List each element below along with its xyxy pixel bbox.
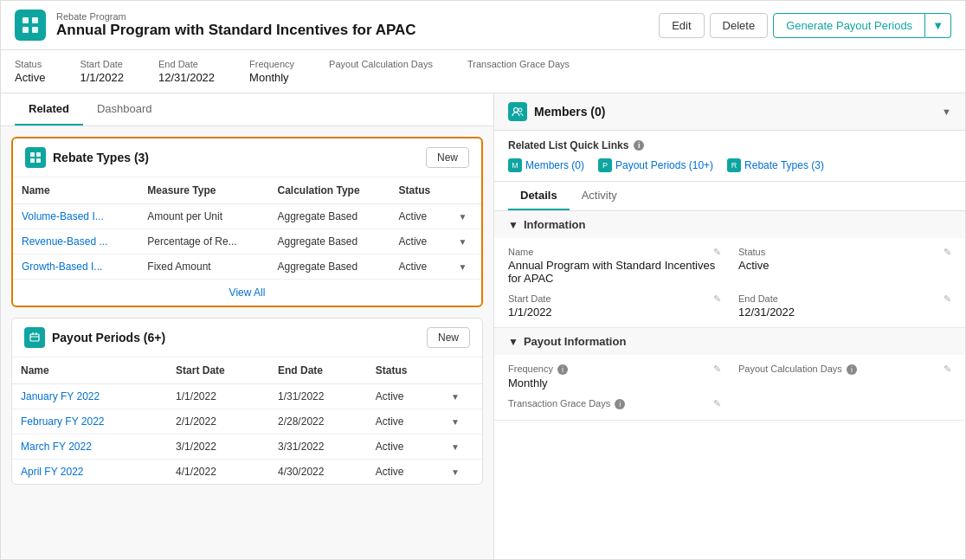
info-start-edit-icon[interactable]: ✎: [713, 293, 721, 305]
payout-end-cell: 4/30/2022: [269, 460, 367, 485]
info-start-date-value: 1/1/2022: [508, 306, 721, 319]
rebate-types-title-group: Rebate Types (3): [25, 147, 149, 168]
quick-link-members[interactable]: M Members (0): [508, 158, 584, 172]
info-status-edit-icon[interactable]: ✎: [943, 247, 951, 258]
info-name-edit-icon[interactable]: ✎: [713, 247, 721, 258]
rebate-row-dropdown[interactable]: ▼: [459, 237, 467, 247]
information-grid: Name Annual Program with Standard Incent…: [508, 247, 951, 319]
info-status-label: Status: [738, 247, 951, 257]
tab-dashboard[interactable]: Dashboard: [83, 93, 166, 126]
payout-row-dropdown[interactable]: ▼: [451, 442, 460, 452]
rebate-row-dropdown[interactable]: ▼: [459, 262, 467, 272]
svg-rect-6: [30, 158, 35, 163]
payout-name-link[interactable]: January FY 2022: [21, 390, 100, 402]
payout-start-cell: 1/1/2022: [167, 384, 269, 409]
quick-links-title-text: Related List Quick Links: [508, 139, 628, 151]
info-name-field: Name Annual Program with Standard Incent…: [508, 247, 721, 285]
quick-links-section: Related List Quick Links i M Members (0)…: [494, 131, 965, 182]
information-section-header[interactable]: ▼ Information: [494, 211, 965, 238]
quick-link-rebate-icon: R: [727, 158, 741, 172]
payout-row-dropdown[interactable]: ▼: [451, 467, 460, 477]
page-title: Annual Program with Standard Incentives …: [56, 22, 416, 39]
quick-link-members-icon: M: [508, 158, 522, 172]
svg-rect-1: [32, 17, 38, 23]
rebate-name-link[interactable]: Growth-Based I...: [22, 261, 102, 273]
payout-name-link[interactable]: April FY 2022: [21, 466, 84, 478]
payout-freq-label: Frequency i: [508, 364, 721, 375]
generate-payout-button[interactable]: Generate Payout Periods: [773, 13, 925, 38]
quick-links-list: M Members (0) P Payout Periods (10+) R R…: [508, 158, 951, 172]
meta-payout-calc: Payout Calculation Days: [329, 59, 433, 84]
payout-calc-info-icon[interactable]: i: [847, 364, 857, 375]
payout-information-header[interactable]: ▼ Payout Information: [494, 328, 965, 355]
rebate-types-view-all[interactable]: View All: [13, 279, 481, 306]
payout-periods-new-button[interactable]: New: [427, 327, 470, 348]
members-collapse-icon[interactable]: ▼: [942, 106, 951, 117]
meta-end-label: End Date: [158, 59, 215, 69]
payout-row-dropdown[interactable]: ▼: [451, 392, 460, 402]
svg-point-12: [514, 108, 518, 113]
generate-payout-dropdown[interactable]: ▼: [925, 13, 951, 38]
information-label: Information: [524, 218, 586, 231]
info-status-value: Active: [738, 259, 951, 272]
meta-freq-label: Frequency: [249, 59, 294, 69]
meta-start-value: 1/1/2022: [80, 71, 124, 84]
info-start-date-label: Start Date: [508, 293, 721, 304]
payout-info-label: Payout Information: [524, 335, 626, 348]
rebate-name-link[interactable]: Revenue-Based ...: [22, 235, 107, 248]
members-title: Members (0): [508, 102, 605, 121]
payout-freq-value: Monthly: [508, 377, 721, 389]
rebate-calc-cell: Aggregate Based: [268, 204, 390, 229]
quick-link-rebate-types[interactable]: R Rebate Types (3): [727, 158, 824, 172]
grace-label: Transaction Grace Days i: [508, 398, 721, 409]
rebate-measure-cell: Fixed Amount: [138, 254, 268, 280]
payout-row-dropdown[interactable]: ▼: [451, 417, 460, 427]
rebate-types-title: Rebate Types (3): [53, 151, 149, 164]
rebate-calc-cell: Aggregate Based: [268, 254, 390, 280]
rebate-measure-cell: Amount per Unit: [138, 204, 268, 229]
grace-edit-icon[interactable]: ✎: [713, 398, 721, 409]
details-tab-details[interactable]: Details: [508, 182, 570, 210]
edit-button[interactable]: Edit: [659, 13, 704, 38]
quick-link-payout-label: Payout Periods (10+): [615, 159, 713, 171]
payout-end-cell: 2/28/2022: [269, 409, 367, 434]
quick-link-members-label: Members (0): [525, 159, 584, 171]
frequency-info-icon[interactable]: i: [557, 364, 568, 375]
payout-chevron-icon: ▼: [508, 336, 518, 348]
payout-calc-edit-icon[interactable]: ✎: [943, 364, 951, 375]
rebate-dropdown-cell: ▼: [450, 204, 481, 229]
meta-freq-value: Monthly: [249, 71, 294, 84]
details-tab-activity[interactable]: Activity: [570, 182, 629, 210]
payout-dropdown-cell: ▼: [442, 384, 482, 409]
payout-name-link[interactable]: February FY 2022: [21, 415, 105, 428]
payout-start-cell: 2/1/2022: [167, 409, 269, 434]
payout-periods-header: Payout Periods (6+) New: [12, 319, 482, 357]
info-end-edit-icon[interactable]: ✎: [943, 293, 951, 305]
tab-related[interactable]: Related: [15, 93, 83, 126]
quick-link-payout-periods[interactable]: P Payout Periods (10+): [598, 158, 713, 172]
info-status-field: Status Active ✎: [738, 247, 951, 285]
payout-freq-edit-icon[interactable]: ✎: [713, 364, 721, 375]
panel-content: Rebate Types (3) New Name Measure Type C…: [1, 126, 493, 559]
payout-dropdown-cell: ▼: [442, 434, 482, 460]
payout-periods-card: Payout Periods (6+) New Name Start Date …: [11, 318, 483, 485]
payout-status-cell: Active: [367, 434, 442, 460]
delete-button[interactable]: Delete: [710, 13, 769, 38]
quick-links-title: Related List Quick Links i: [508, 139, 951, 151]
rebate-types-card: Rebate Types (3) New Name Measure Type C…: [11, 137, 483, 307]
tabs-bar: Related Dashboard: [1, 93, 493, 126]
rebate-row-dropdown[interactable]: ▼: [459, 212, 467, 222]
meta-end-value: 12/31/2022: [158, 71, 215, 84]
payout-name-link[interactable]: March FY 2022: [21, 441, 92, 453]
payout-start-cell: 4/1/2022: [167, 460, 269, 485]
rebate-type-row: Volume-Based I... Amount per Unit Aggreg…: [13, 204, 481, 229]
information-section: ▼ Information Name Annual Program with S…: [494, 211, 965, 328]
rebate-types-new-button[interactable]: New: [426, 147, 469, 168]
payout-col-action: [442, 357, 482, 384]
quick-links-info-icon[interactable]: i: [634, 140, 644, 151]
payout-name-cell: April FY 2022: [12, 460, 167, 485]
svg-rect-7: [36, 158, 41, 163]
meta-transaction-grace: Transaction Grace Days: [467, 59, 570, 84]
grace-info-icon[interactable]: i: [615, 399, 625, 409]
rebate-name-link[interactable]: Volume-Based I...: [22, 210, 104, 222]
